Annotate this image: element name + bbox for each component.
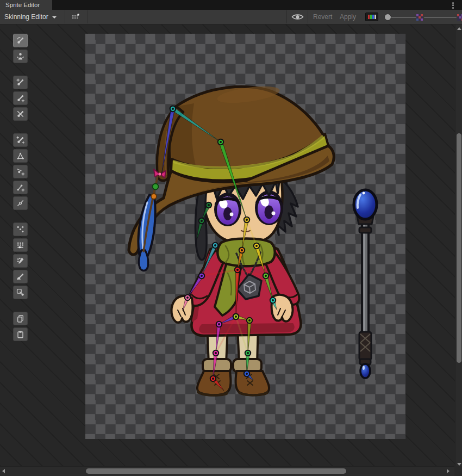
skinning-editor-dropdown[interactable]: Skinning Editor	[4, 10, 57, 24]
mip-slider-track[interactable]	[424, 17, 457, 18]
preview-pose-button[interactable]	[13, 34, 28, 47]
revert-button[interactable]: Revert	[310, 10, 335, 24]
rgb-swatch-icon[interactable]	[365, 10, 378, 24]
sprite-influence-button[interactable]	[13, 286, 28, 299]
scrollbar-corner	[454, 466, 462, 476]
split-bone-button[interactable]	[13, 107, 28, 121]
mip-small-icon	[416, 14, 423, 21]
horizontal-scrollbar-thumb[interactable]	[86, 468, 346, 474]
edit-geometry-button[interactable]	[13, 149, 28, 163]
scroll-down-icon[interactable]	[457, 463, 461, 466]
staff-sprite	[354, 190, 377, 378]
create-vertex-button[interactable]	[13, 165, 28, 178]
boots	[197, 359, 269, 397]
auto-weights-button[interactable]	[13, 222, 28, 236]
kebab-menu-icon[interactable]	[449, 1, 457, 9]
edit-joints-button[interactable]	[13, 76, 28, 89]
sprite-editor-window: Sprite Editor Skinning Editor	[0, 0, 462, 476]
tab-bar: Sprite Editor	[0, 0, 462, 10]
create-bone-button[interactable]	[13, 91, 28, 105]
toolbar-divider	[88, 10, 88, 23]
chevron-down-icon	[52, 16, 57, 18]
restore-pose-button[interactable]	[13, 50, 28, 63]
sprite-canvas[interactable]	[0, 24, 455, 466]
zoom-slider-knob[interactable]	[384, 14, 391, 21]
bone-influence-button[interactable]	[13, 270, 28, 283]
weight-brush-button[interactable]	[13, 254, 28, 268]
feather-charm	[139, 169, 166, 270]
toolbar-divider	[65, 10, 65, 23]
tab-sprite-editor[interactable]: Sprite Editor	[0, 0, 52, 10]
split-edge-button[interactable]	[13, 196, 28, 210]
apply-button[interactable]: Apply	[336, 10, 359, 24]
weight-slider-button[interactable]	[13, 238, 28, 252]
vertical-scrollbar-thumb[interactable]	[457, 133, 461, 363]
zoom-slider-track[interactable]	[387, 17, 417, 18]
auto-geometry-button[interactable]	[13, 133, 28, 147]
toolbar-divider	[308, 10, 308, 23]
sprite-frames-icon[interactable]	[69, 10, 82, 24]
copy-button[interactable]	[13, 312, 28, 325]
skinning-tools	[13, 34, 28, 354]
eye-icon[interactable]	[290, 10, 305, 24]
character-sprite	[85, 34, 405, 439]
horizontal-scrollbar[interactable]	[0, 466, 454, 476]
toolbar-divider	[286, 10, 287, 23]
toolbar: Skinning Editor Revert Apply	[0, 10, 462, 24]
scroll-up-icon[interactable]	[457, 27, 461, 30]
scroll-right-icon[interactable]	[447, 469, 449, 473]
scroll-left-icon[interactable]	[2, 469, 5, 473]
skinning-editor-label: Skinning Editor	[4, 13, 48, 21]
mip-large-icon	[457, 14, 462, 21]
witch-character	[129, 83, 334, 397]
create-edge-button[interactable]	[13, 181, 28, 194]
paste-button[interactable]	[13, 327, 28, 341]
vertical-scrollbar[interactable]	[455, 24, 462, 468]
